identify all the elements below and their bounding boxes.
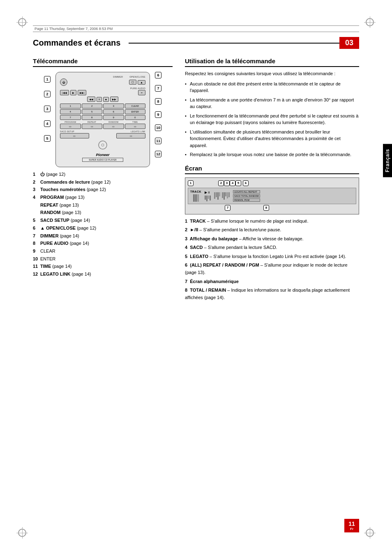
seg xyxy=(197,194,199,202)
page-number: 11 xyxy=(348,520,355,527)
corner-mark-tl xyxy=(16,16,28,28)
time-button[interactable]: ▭ xyxy=(125,124,146,129)
bullet-list: Aucun obstacle ne doit être présent entr… xyxy=(185,81,359,158)
remain-label: REMAIN, PGM xyxy=(233,198,260,202)
callout-11: 11 xyxy=(155,138,161,144)
screen-inner: TRACK ▶ II xyxy=(188,188,356,204)
corner-mark-br xyxy=(364,527,376,539)
program-button[interactable]: ▭ xyxy=(60,124,81,129)
screen-diagram: 1 2 3 4 5 6 TRACK xyxy=(185,177,359,214)
legend-item-4: 4 PROGRAM (page 13) REPEAT (page 13) RAN… xyxy=(33,193,173,216)
seg-row-1 xyxy=(193,194,199,202)
screen-callout-3: 3 xyxy=(224,180,230,186)
chapter-line xyxy=(129,43,339,44)
num-3[interactable]: 3 xyxy=(103,104,124,108)
sacd-label: SACD TOTAL RANDOM xyxy=(233,194,260,198)
meta-bar: Page 11 Thursday, September 7, 2006 8:53… xyxy=(33,25,359,32)
telecommande-title: Télécommande xyxy=(33,58,173,67)
sacd-setup-button[interactable]: ▭ xyxy=(60,133,89,138)
callout-7: 7 xyxy=(155,85,161,92)
pure-audio-label: PURE AUDIO xyxy=(60,87,145,90)
seg-group-1 xyxy=(214,192,220,200)
screen-callout-8: 8 xyxy=(263,205,269,211)
callout-8: 8 xyxy=(155,98,161,105)
callout-2: 2 xyxy=(44,91,51,97)
callout-3: 3 xyxy=(44,106,51,112)
seg xyxy=(225,192,226,196)
callout-left-col: 1 2 3 4 5 xyxy=(44,76,51,143)
legend-item-2: 2 Commandes de lecture (page 12) xyxy=(33,178,173,186)
num-5[interactable]: 5 xyxy=(82,109,103,114)
legend-list: 1 ⏻ (page 12) 2 Commandes de lecture (pa… xyxy=(33,170,173,278)
seg xyxy=(208,196,209,199)
screen-callout-4: 4 xyxy=(230,180,235,186)
screen-callout-6: 6 xyxy=(243,180,249,186)
callout-1: 1 xyxy=(44,76,51,83)
seg xyxy=(228,192,230,197)
remote-row-3: ◀◀ II ■ ▶▶ xyxy=(60,97,145,102)
play-button[interactable]: ▶ xyxy=(70,90,76,95)
random-button[interactable]: ▭ xyxy=(103,124,124,129)
track-label: TRACK xyxy=(190,190,201,193)
chapter-title: Commandes et écrans xyxy=(33,38,129,48)
screen-callout-7: 7 xyxy=(225,205,231,211)
screen-callout-1: 1 xyxy=(188,180,194,186)
stop-button[interactable]: ■ xyxy=(103,97,109,102)
num-6[interactable]: 6 xyxy=(103,109,124,114)
num-0[interactable]: 0 xyxy=(125,115,146,120)
seg xyxy=(224,192,225,200)
main-content: Télécommande 1 2 3 4 5 6 7 8 9 10 11 12 xyxy=(33,58,359,303)
chapter-number: 03 xyxy=(339,37,359,49)
sacd-legato-label: SACD SETUP LEGATO LINK xyxy=(60,130,145,133)
prev-button[interactable]: |◀◀ xyxy=(60,90,69,95)
seg xyxy=(217,192,219,200)
legend-item-10: 10 ENTER xyxy=(33,255,173,263)
ecran-item-5: 5 LEGATO – S'allume lorsque la fonction … xyxy=(185,253,359,260)
seg xyxy=(205,196,206,200)
ecran-item-4: 4 SACD – S'allume pendant la lecture SAC… xyxy=(185,244,359,251)
legend-item-8: 8 PURE AUDIO (page 14) xyxy=(33,240,173,247)
clear-button[interactable]: CLEAR xyxy=(125,104,146,108)
num-4[interactable]: 4 xyxy=(60,109,81,114)
next-button[interactable]: ▶▶| xyxy=(78,90,87,95)
dimmer-button[interactable]: ◻ xyxy=(129,80,136,85)
bullet-2: La télécommande a une portée d'environ 7… xyxy=(185,97,359,110)
enter-button[interactable]: ENTER xyxy=(125,109,146,114)
screen-top-callouts: 1 2 3 4 5 6 xyxy=(188,180,356,187)
screen-callout-2: 2 xyxy=(218,180,224,186)
callout-5: 5 xyxy=(44,135,51,142)
seg xyxy=(222,192,223,198)
power-button[interactable]: ⏻ xyxy=(60,78,67,86)
remote-body: DIMMER OPEN/CLOSE ⏻ ◻ ▲ PURE AUDIO |◀◀ ▶… xyxy=(55,72,150,167)
fwd-button[interactable]: ▶▶ xyxy=(110,97,118,102)
seg-row-2 xyxy=(205,196,211,201)
ecran-item-1: 1 TRACK – S'allume lorsque le numéro de … xyxy=(185,218,359,225)
callout-12: 12 xyxy=(155,151,161,157)
pure-audio-button[interactable]: ━ xyxy=(138,90,145,95)
bullet-4: L'utilisation simultanée de plusieurs té… xyxy=(185,129,359,149)
numpad: 1 2 3 CLEAR 4 5 6 ENTER 7 8 9 0 xyxy=(60,104,145,120)
num-7[interactable]: 7 xyxy=(60,115,81,120)
sacd-legato-row: ▭ ▭ xyxy=(60,133,145,138)
seg xyxy=(214,192,215,199)
num-9[interactable]: 9 xyxy=(103,115,124,120)
seg xyxy=(195,194,197,202)
open-close-button[interactable]: ▲ xyxy=(138,80,145,85)
screen-left: TRACK xyxy=(190,190,201,202)
num-1[interactable]: 1 xyxy=(60,104,81,108)
pause-button[interactable]: II xyxy=(97,97,102,102)
legend-item-1: 1 ⏻ (page 12) xyxy=(33,170,173,178)
legend-item-9: 9 CLEAR xyxy=(33,247,173,255)
repeat-button[interactable]: ▭ xyxy=(82,124,103,129)
num-2[interactable]: 2 xyxy=(82,104,103,108)
num-8[interactable]: 8 xyxy=(82,115,103,120)
screen-bottom-callouts: 7 8 xyxy=(188,205,356,212)
seg xyxy=(193,194,195,202)
ecran-legend: 1 TRACK – S'allume lorsque le numéro de … xyxy=(185,218,359,302)
chapter-header: Commandes et écrans 03 xyxy=(33,37,359,49)
rew-button[interactable]: ◀◀ xyxy=(87,97,95,102)
legato-link-button[interactable]: ▭ xyxy=(116,133,145,138)
super-audio-label: SUPER AUDIO CD PLAYER xyxy=(82,158,123,162)
legend-item-6: 6 ▲ OPEN/CLOSE (page 12) xyxy=(33,224,173,232)
callout-10: 10 xyxy=(155,124,161,131)
